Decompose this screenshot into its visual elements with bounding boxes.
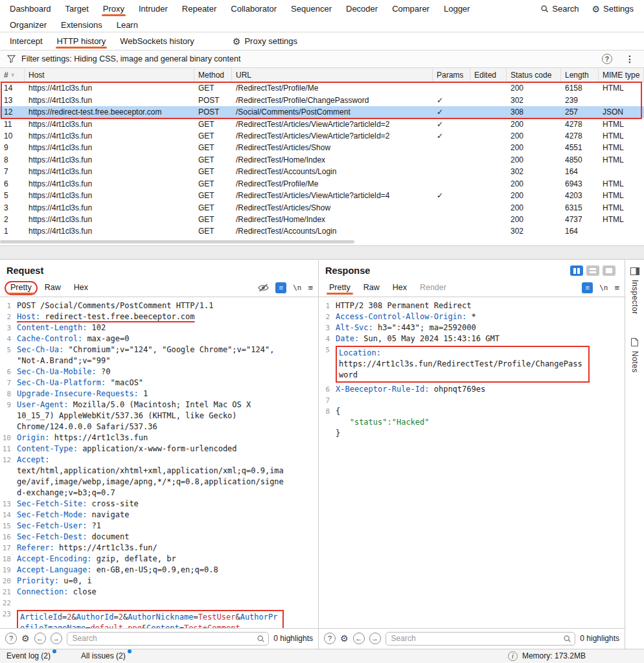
table-header: #∨HostMethodURLParamsEditedStatus codeLe… [0, 68, 644, 82]
search-button[interactable]: Search [534, 4, 585, 14]
horizontal-scrollbar[interactable] [0, 238, 644, 245]
help-icon[interactable]: ? [5, 633, 17, 644]
table-row-7[interactable]: 7https://4rt1cl3s.funGET/RedirectTest/Ac… [0, 166, 644, 177]
editor-menu-icon[interactable]: ≡ [308, 283, 313, 293]
table-row-6[interactable]: 6https://4rt1cl3s.funGET/RedirectTest/Pr… [0, 178, 644, 190]
table-row-3[interactable]: 3https://4rt1cl3s.funGET/RedirectTest/Ar… [0, 201, 644, 213]
request-editor[interactable]: 1POST /Social/Comments/PostComment HTTP/… [0, 297, 318, 628]
response-tab-hex[interactable]: Hex [386, 279, 413, 297]
table-cell: /RedirectTest/Accounts/Login [232, 227, 433, 236]
table-row-11[interactable]: 11https://4rt1cl3s.funGET/RedirectTest/A… [0, 118, 644, 129]
request-tab-hex[interactable]: Hex [67, 279, 95, 297]
main-tab-organizer[interactable]: Organizer [3, 17, 54, 32]
main-tab-collaborator[interactable]: Collaborator [224, 0, 284, 17]
line-number: 20 [1, 576, 17, 587]
column-header-method[interactable]: Method [194, 68, 232, 82]
table-row-1[interactable]: 1https://4rt1cl3s.funGET/RedirectTest/Ac… [0, 225, 644, 237]
table-row-5[interactable]: 5https://4rt1cl3s.funGET/RedirectTest/Ar… [0, 190, 644, 201]
main-tab-comparer[interactable]: Comparer [385, 0, 437, 17]
prev-match-button[interactable]: ← [34, 633, 46, 644]
table-row-10[interactable]: 10https://4rt1cl3s.funGET/RedirectTest/A… [0, 130, 644, 142]
code-line: 3Content-Length: 102 [1, 322, 318, 333]
code-text: ArticleId=2&AuthorId=2&AuthorNickname=Te… [17, 610, 284, 628]
column-header-status-code[interactable]: Status code [507, 68, 561, 82]
request-tab-pretty[interactable]: Pretty [4, 279, 38, 297]
newline-toggle-icon[interactable]: \n [293, 284, 301, 292]
gear-icon[interactable]: ⚙ [21, 633, 30, 644]
editor-menu-icon[interactable]: ≡ [614, 283, 619, 293]
proxy-settings-tab[interactable]: ⚙ Proxy settings [226, 32, 304, 50]
column-header-params[interactable]: Params [433, 68, 470, 82]
layout-rows-button[interactable] [586, 265, 599, 276]
inspector-tab[interactable]: Inspector [630, 267, 639, 315]
kebab-menu-icon[interactable]: ⋮ [625, 54, 634, 64]
column-header-host[interactable]: Host [25, 68, 194, 82]
table-cell: 4737 [561, 215, 599, 224]
scrollbar-handle[interactable] [0, 240, 354, 243]
main-tab-learn[interactable]: Learn [109, 17, 145, 32]
table-cell: GET [194, 143, 232, 152]
event-log-button[interactable]: Event log (2) [6, 651, 56, 660]
table-cell: https://4rt1cl3s.fun [25, 167, 194, 176]
column-header-edited[interactable]: Edited [470, 68, 507, 82]
column-header-mime-type[interactable]: MIME type [599, 68, 644, 82]
table-cell: GET [194, 203, 232, 212]
layout-single-button[interactable] [603, 265, 615, 276]
help-icon[interactable]: ? [602, 54, 612, 64]
response-search-input[interactable] [385, 632, 576, 646]
table-row-12[interactable]: 12https://redirect-test.free.beeceptor.c… [0, 106, 644, 118]
main-tab-proxy[interactable]: Proxy [96, 0, 132, 17]
help-icon[interactable]: ? [324, 633, 336, 644]
panel-divider[interactable] [0, 245, 644, 260]
main-tab-repeater[interactable]: Repeater [175, 0, 224, 17]
filter-settings-bar[interactable]: Filter settings: Hiding CSS, image and g… [0, 51, 644, 68]
column-header-url[interactable]: URL [232, 68, 433, 82]
line-number: 7 [1, 377, 17, 388]
subtab-websockets-history[interactable]: WebSockets history [113, 32, 201, 50]
hide-highlights-icon[interactable] [258, 284, 269, 292]
newline-toggle-icon[interactable]: \n [599, 284, 608, 292]
response-tab-raw[interactable]: Raw [357, 279, 386, 297]
code-line: 19Accept-Language: en-GB,en-US;q=0.9,en;… [1, 565, 318, 576]
code-line: 23ArticleId=2&AuthorId=2&AuthorNickname=… [1, 609, 318, 628]
all-issues-button[interactable]: All issues (2) [81, 651, 132, 660]
main-tab-sequencer[interactable]: Sequencer [284, 0, 339, 17]
next-match-button[interactable]: → [51, 633, 62, 644]
table-row-13[interactable]: 13https://4rt1cl3s.funPOST/RedirectTest/… [0, 94, 644, 106]
request-search-input[interactable] [67, 632, 270, 646]
main-tab-intruder[interactable]: Intruder [132, 0, 175, 17]
syntax-highlight-toggle-icon[interactable]: ≡ [582, 282, 593, 293]
settings-button[interactable]: ⚙ Settings [585, 4, 640, 14]
table-cell: 239 [561, 96, 599, 105]
response-editor[interactable]: 1HTTP/2 308 Permanent Redirect2Access-Co… [319, 297, 625, 628]
response-tab-pretty[interactable]: Pretty [323, 279, 357, 297]
code-text: Accept: text/html,application/xhtml+xml,… [17, 455, 284, 499]
subtab-intercept[interactable]: Intercept [3, 32, 50, 50]
table-row-14[interactable]: 14https://4rt1cl3s.funGET/RedirectTest/P… [0, 82, 644, 94]
syntax-highlight-toggle-icon[interactable]: ≡ [275, 282, 286, 293]
line-number: 22 [1, 598, 17, 609]
response-searchbar: ? ⚙ ← → 0 highlights [319, 628, 625, 649]
line-number: 15 [1, 521, 17, 532]
table-row-2[interactable]: 2https://4rt1cl3s.funGET/RedirectTest/Ho… [0, 214, 644, 225]
main-tab-target[interactable]: Target [58, 0, 96, 17]
table-cell: ✓ [433, 107, 470, 117]
next-match-button[interactable]: → [369, 633, 381, 644]
main-tab-decoder[interactable]: Decoder [339, 0, 385, 17]
column-header-num[interactable]: #∨ [0, 68, 25, 82]
prev-match-button[interactable]: ← [353, 633, 365, 644]
table-row-8[interactable]: 8https://4rt1cl3s.funGET/RedirectTest/Ho… [0, 154, 644, 166]
response-tab-render[interactable]: Render [413, 279, 453, 297]
layout-columns-button[interactable] [570, 265, 583, 276]
gear-icon[interactable]: ⚙ [340, 633, 349, 644]
code-text: User-Agent: Mozilla/5.0 (Macintosh; Inte… [17, 399, 284, 433]
main-tab-dashboard[interactable]: Dashboard [3, 0, 58, 17]
main-tab-extensions[interactable]: Extensions [54, 17, 109, 32]
main-tab-logger[interactable]: Logger [437, 0, 477, 17]
notes-tab[interactable]: Notes [630, 338, 639, 373]
table-row-9[interactable]: 9https://4rt1cl3s.funGET/RedirectTest/Ar… [0, 142, 644, 153]
request-tab-raw[interactable]: Raw [38, 279, 67, 297]
table-cell: 200 [507, 215, 561, 224]
column-header-length[interactable]: Length [561, 68, 599, 82]
subtab-http-history[interactable]: HTTP history [50, 32, 113, 50]
